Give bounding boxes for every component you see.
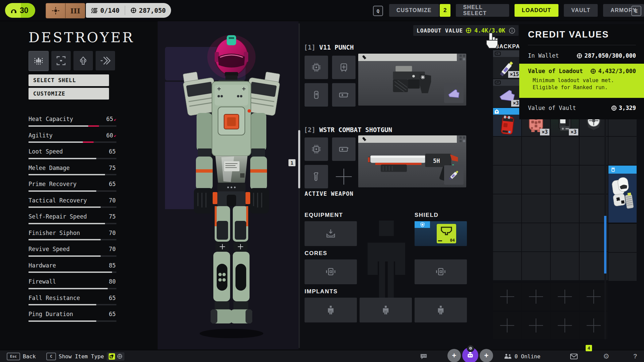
up-arrows-icon <box>77 55 89 66</box>
skip-view-button[interactable] <box>96 51 115 70</box>
player-level-badge[interactable]: 30 <box>5 3 35 18</box>
wallet-row: In Wallet 287,050/300,000 <box>519 50 644 62</box>
backpack-cell[interactable] <box>522 166 550 194</box>
mail-button[interactable]: 4 <box>570 350 578 362</box>
backpack-cell[interactable] <box>580 252 608 280</box>
stat-name: Melee Damage <box>29 165 70 171</box>
scrollbar-thumb[interactable] <box>298 130 300 188</box>
emote-button[interactable] <box>462 347 478 362</box>
stat-name: Heat Capacity <box>29 116 73 122</box>
backpack-cell[interactable] <box>551 194 579 223</box>
c-key-hint: C <box>46 353 56 360</box>
item-type-lime-icon <box>109 353 115 360</box>
weapon1-card[interactable] <box>358 54 466 106</box>
backpack-cell[interactable] <box>522 223 550 251</box>
show-item-type-toggle[interactable]: C Show Item Type <box>46 350 124 362</box>
weapon1-slot-stock[interactable] <box>332 83 356 107</box>
tab-customize[interactable]: CUSTOMIZE2 <box>389 4 450 17</box>
shield-item[interactable]: 04 <box>437 224 456 243</box>
backpack-item-armor[interactable] <box>608 166 637 223</box>
emote-next-button[interactable]: + <box>480 349 493 362</box>
tier-badge[interactable]: III <box>46 3 85 18</box>
weapon1-mod-item[interactable] <box>444 83 464 103</box>
backpack-cell[interactable] <box>522 252 550 280</box>
loadout-value-bar: LOADOUT VALUE 4.4K/3.0K <box>413 25 519 36</box>
core-slot-1[interactable] <box>305 259 357 284</box>
backpack-cell[interactable] <box>493 166 521 194</box>
question-icon: ? <box>633 353 637 360</box>
weapon2-slot-stock[interactable] <box>332 137 356 161</box>
implant-slot-2[interactable] <box>360 298 412 322</box>
backpack-cell[interactable] <box>580 194 608 223</box>
tab-label: VAULT <box>564 4 598 17</box>
weapon2-mod-item[interactable] <box>444 165 464 185</box>
loadout-row-label: Value of Loadout <box>528 68 583 74</box>
stat-value: 70 <box>109 246 116 252</box>
equipment-slot[interactable] <box>305 221 357 246</box>
customize-shell-button[interactable]: CUSTOMIZE <box>29 88 109 100</box>
emote-prev-button[interactable]: + <box>447 349 461 362</box>
backpack-cell[interactable] <box>608 224 637 252</box>
backpack-cell[interactable] <box>551 252 579 280</box>
weapon2-slot-chip[interactable] <box>305 137 328 161</box>
settings-button[interactable]: ⚙ <box>603 350 609 362</box>
loadout-row-value: 4,432/3,000 <box>598 68 636 74</box>
select-shell-button[interactable]: SELECT SHELL <box>29 74 109 86</box>
backpack-item-magazine[interactable]: ×3 <box>493 79 521 107</box>
stat-name: Tactical Recovery <box>29 197 87 204</box>
loadout-screen: 1 30 III 0/140 287,050 Q CUSTOMIZE2SHELL… <box>0 0 644 362</box>
backpack-cell[interactable] <box>580 137 608 165</box>
backpack-scrollbar-thumb[interactable] <box>604 216 606 274</box>
implant-slot-3[interactable] <box>415 298 467 322</box>
core-slot-2[interactable] <box>415 259 467 284</box>
stat-value: 65 <box>109 148 116 155</box>
shell-stats-list: Heat Capacity65↙Agility60↙Loot Speed65Me… <box>29 112 116 323</box>
page-indicator-badge: 1 <box>288 159 296 166</box>
stats-view-button[interactable] <box>29 51 49 71</box>
online-status[interactable]: 0 Online <box>504 350 540 362</box>
upgrade-view-button[interactable] <box>73 51 93 70</box>
ranked-note: Minimum loadout value met. Eligible for … <box>519 74 644 91</box>
backpack-item-syringe[interactable]: ×15 <box>493 50 521 78</box>
help-button[interactable]: ? <box>633 350 637 362</box>
weapon1-slot-magazine[interactable] <box>305 83 328 107</box>
stat-row: Self-Repair Speed75 <box>29 209 116 226</box>
chat-button[interactable] <box>420 350 427 362</box>
loadout-info-button[interactable] <box>509 27 515 34</box>
tab-shell-select[interactable]: SHELL SELECT <box>456 4 509 17</box>
inspect-view-button[interactable] <box>51 51 71 70</box>
weapon1-slot-sight[interactable] <box>332 56 356 79</box>
stat-name: Loot Speed <box>29 148 63 155</box>
weapon1-slot-chip[interactable] <box>305 56 328 79</box>
backpack-cell[interactable] <box>608 137 637 165</box>
backpack-cell[interactable] <box>493 194 521 223</box>
backpack-cell[interactable] <box>551 137 579 165</box>
stat-decrease-icon: ↙ <box>114 117 116 122</box>
backpack-cell[interactable] <box>493 223 521 251</box>
backpack-cell[interactable] <box>522 137 550 165</box>
backpack-cell[interactable] <box>551 166 579 194</box>
implants-label: IMPLANTS <box>305 288 338 295</box>
weapon2-card[interactable]: 5H <box>358 135 466 187</box>
backpack-cell[interactable] <box>493 252 521 280</box>
weapon2-slot-empty[interactable] <box>332 165 356 188</box>
plus-icon <box>499 289 515 304</box>
tube-icon <box>311 172 321 182</box>
backpack-cell[interactable] <box>522 194 550 223</box>
resources-pill[interactable]: 0/140 287,050 <box>86 3 171 18</box>
shield-slot[interactable]: 04 <box>415 221 467 246</box>
tab-vault[interactable]: VAULT <box>564 4 598 17</box>
backpack-cell[interactable] <box>580 223 608 251</box>
implant-slot-1[interactable] <box>305 298 357 322</box>
backpack-item-medkit[interactable] <box>493 108 521 136</box>
backpack-cell[interactable] <box>608 253 637 281</box>
tab-loadout[interactable]: LOADOUT <box>515 4 559 17</box>
weapon2-slot-tube[interactable] <box>305 165 328 188</box>
backpack-cell[interactable] <box>551 223 579 251</box>
stat-row: Finisher Siphon70 <box>29 226 116 242</box>
back-button[interactable]: Esc Back <box>7 350 36 362</box>
stock-icon <box>338 90 349 100</box>
stat-value: 75 <box>109 165 116 171</box>
backpack-cell[interactable] <box>580 166 608 194</box>
backpack-cell[interactable] <box>493 137 521 165</box>
